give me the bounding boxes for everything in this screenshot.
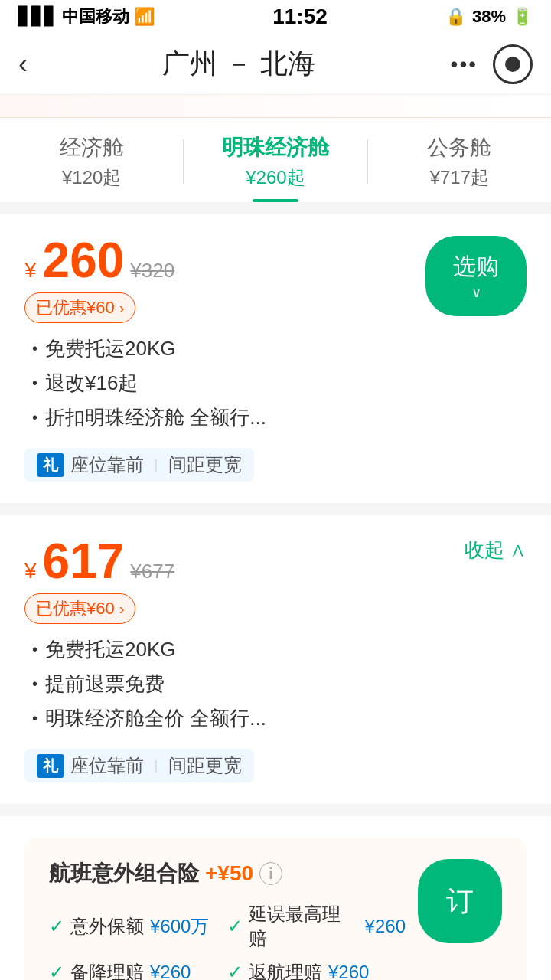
ticket2-feature-3: • 明珠经济舱全价 全额行... <box>32 705 527 732</box>
battery-text: 38% <box>472 7 506 27</box>
ins1-amount-1: ¥600万 <box>150 914 209 939</box>
ticket1-seat-text1: 座位靠前 <box>70 452 144 477</box>
bullet-icon-1: • <box>32 340 37 358</box>
ticket1-currency: ¥ <box>24 258 37 283</box>
ticket2-feature-2-text: 提前退票免费 <box>45 671 165 697</box>
tab-pearl-name: 明珠经济舱 <box>184 133 367 162</box>
status-bar: ▋▋▋ 中国移动 📶 11:52 🔒 38% 🔋 <box>0 0 551 34</box>
ticket1-feature-3-text: 折扣明珠经济舱 全额行... <box>45 404 266 431</box>
page-title: 广州 － 北海 <box>162 45 315 83</box>
ticket2-seat-sep-char: ｜ <box>150 758 162 774</box>
bullet-icon-6: • <box>32 710 37 727</box>
tab-economy[interactable]: 经济舱 ¥120起 <box>0 133 183 202</box>
ins1-amount-2: ¥260 <box>365 916 406 937</box>
content-area: ¥ 260 ¥320 已优惠¥60 › 选购 ∨ • 免费托运20KG • <box>0 202 551 980</box>
ticket1-feature-3: • 折扣明珠经济舱 全额行... <box>32 404 527 431</box>
promo-banner <box>0 95 551 118</box>
insurance-1-item-4: ✓ 返航理赔 ¥260 <box>227 960 406 980</box>
ticket2-seat-text1: 座位靠前 <box>70 753 144 778</box>
ticket1-price-row: ¥ 260 ¥320 已优惠¥60 › 选购 ∨ <box>24 236 527 323</box>
ticket1-discount-tag[interactable]: 已优惠¥60 › <box>24 292 135 323</box>
tabs-bar: 经济舱 ¥120起 明珠经济舱 ¥260起 公务舱 ¥717起 <box>0 118 551 202</box>
insurance-1-item-2: ✓ 延误最高理赔 ¥260 <box>227 902 406 951</box>
signal-icon: ▋▋▋ <box>18 7 57 27</box>
ticket1-price-main: ¥ 260 ¥320 <box>24 236 174 285</box>
check-icon-1: ✓ <box>49 916 64 937</box>
ticket2-collapse-button[interactable]: 收起 ∧ <box>465 537 527 564</box>
ticket2-price-block: ¥ 617 ¥677 已优惠¥60 › <box>24 537 174 624</box>
ticket2-feature-1: • 免费托运20KG <box>32 636 527 663</box>
lock-icon: 🔒 <box>445 7 466 27</box>
bullet-icon-4: • <box>32 641 37 658</box>
ticket2-seat-text2: 间距更宽 <box>168 753 242 778</box>
carrier-name: 中国移动 <box>62 5 129 28</box>
tab-pearl[interactable]: 明珠经济舱 ¥260起 <box>184 133 367 202</box>
ticket1-feature-1-text: 免费托运20KG <box>45 335 176 362</box>
ticket2-seat-badge: 礼 <box>37 754 64 778</box>
ticket2-price-row: ¥ 617 ¥677 已优惠¥60 › 收起 ∧ <box>24 537 527 624</box>
ticket-card-2: ¥ 617 ¥677 已优惠¥60 › 收起 ∧ • 免费托运20KG • 提前… <box>0 515 551 804</box>
ins1-label-4: 返航理赔 <box>249 960 322 980</box>
ticket1-seat-sep: ｜ <box>150 457 162 473</box>
check-icon-4: ✓ <box>227 962 243 980</box>
back-button[interactable]: ‹ <box>18 48 28 80</box>
bullet-icon-2: • <box>32 374 37 392</box>
ins1-amount-3: ¥260 <box>150 962 191 980</box>
record-button[interactable] <box>493 44 533 84</box>
ticket1-original-price: ¥320 <box>130 259 174 283</box>
ticket1-discount-arrow: › <box>119 299 125 317</box>
ticket2-feature-2: • 提前退票免费 <box>32 671 527 697</box>
insurance-1-btn-label: 订 <box>446 883 474 920</box>
ticket1-features: • 免费托运20KG • 退改¥16起 • 折扣明珠经济舱 全额行... <box>24 335 527 431</box>
more-button[interactable]: ••• <box>451 52 478 77</box>
ticket2-currency: ¥ <box>24 559 37 583</box>
insurance-1-subscribe-button[interactable]: 订 <box>418 859 502 943</box>
insurance-1-inner: 航班意外组合险 +¥50 i ✓ 意外保额 ¥600万 ✓ 延误最高理赔 <box>24 838 527 980</box>
insurance-1-info-icon[interactable]: i <box>259 862 282 885</box>
ticket1-feature-1: • 免费托运20KG <box>32 335 527 362</box>
ticket2-price-main: ¥ 617 ¥677 <box>24 537 174 586</box>
ticket1-select-sub: ∨ <box>471 284 481 301</box>
tab-economy-name: 经济舱 <box>0 133 183 162</box>
insurance-1-row: 航班意外组合险 +¥50 i ✓ 意外保额 ¥600万 ✓ 延误最高理赔 <box>49 859 502 980</box>
ticket2-discount-arrow: › <box>119 600 125 618</box>
ticket1-feature-2-text: 退改¥16起 <box>45 370 138 397</box>
insurance-1-item-1: ✓ 意外保额 ¥600万 <box>49 902 227 951</box>
tab-pearl-price: ¥260起 <box>184 165 367 190</box>
insurance-1-item-3: ✓ 备降理赔 ¥260 <box>49 960 227 980</box>
bullet-icon-3: • <box>32 409 37 426</box>
ticket2-discount-tag[interactable]: 已优惠¥60 › <box>24 593 135 624</box>
insurance-1-price: +¥50 <box>205 861 253 886</box>
ticket1-select-label: 选购 <box>453 251 499 283</box>
battery-icon: 🔋 <box>512 7 533 27</box>
insurance-1-grid: ✓ 意外保额 ¥600万 ✓ 延误最高理赔 ¥260 ✓ 备降理赔 ¥2 <box>49 902 406 980</box>
check-icon-3: ✓ <box>49 962 64 980</box>
ticket2-feature-1-text: 免费托运20KG <box>45 636 176 663</box>
ticket1-seat-badge: 礼 <box>37 453 64 477</box>
record-icon <box>505 57 520 72</box>
ticket1-price-block: ¥ 260 ¥320 已优惠¥60 › <box>24 236 174 323</box>
ticket2-features: • 免费托运20KG • 提前退票免费 • 明珠经济舱全价 全额行... <box>24 636 527 732</box>
status-left: ▋▋▋ 中国移动 📶 <box>18 5 155 28</box>
insurance-card-1: 航班意外组合险 +¥50 i ✓ 意外保额 ¥600万 ✓ 延误最高理赔 <box>0 816 551 980</box>
bullet-icon-5: • <box>32 675 37 693</box>
ins1-label-3: 备降理赔 <box>70 960 144 980</box>
status-time: 11:52 <box>272 5 328 29</box>
ticket2-original-price: ¥677 <box>130 560 174 583</box>
insurance-1-content: 航班意外组合险 +¥50 i ✓ 意外保额 ¥600万 ✓ 延误最高理赔 <box>49 859 406 980</box>
tab-business-name: 公务舱 <box>368 133 551 162</box>
ins1-label-1: 意外保额 <box>70 914 144 939</box>
header: ‹ 广州 － 北海 ••• <box>0 34 551 95</box>
tab-business-price: ¥717起 <box>368 165 551 190</box>
status-right: 🔒 38% 🔋 <box>445 7 533 27</box>
ticket1-select-button[interactable]: 选购 ∨ <box>425 236 527 316</box>
ticket2-price-value: 617 <box>43 537 125 586</box>
ticket1-seat-text2: 间距更宽 <box>168 452 242 477</box>
tab-business[interactable]: 公务舱 ¥717起 <box>368 133 551 202</box>
insurance-1-title: 航班意外组合险 +¥50 i <box>49 859 406 888</box>
check-icon-2: ✓ <box>227 916 243 937</box>
ticket-card-1: ¥ 260 ¥320 已优惠¥60 › 选购 ∨ • 免费托运20KG • <box>0 214 551 503</box>
tab-economy-price: ¥120起 <box>0 165 183 190</box>
ticket1-seat-tag: 礼 座位靠前 ｜ 间距更宽 <box>24 448 254 482</box>
ticket2-discount-label: 已优惠¥60 <box>36 597 115 620</box>
